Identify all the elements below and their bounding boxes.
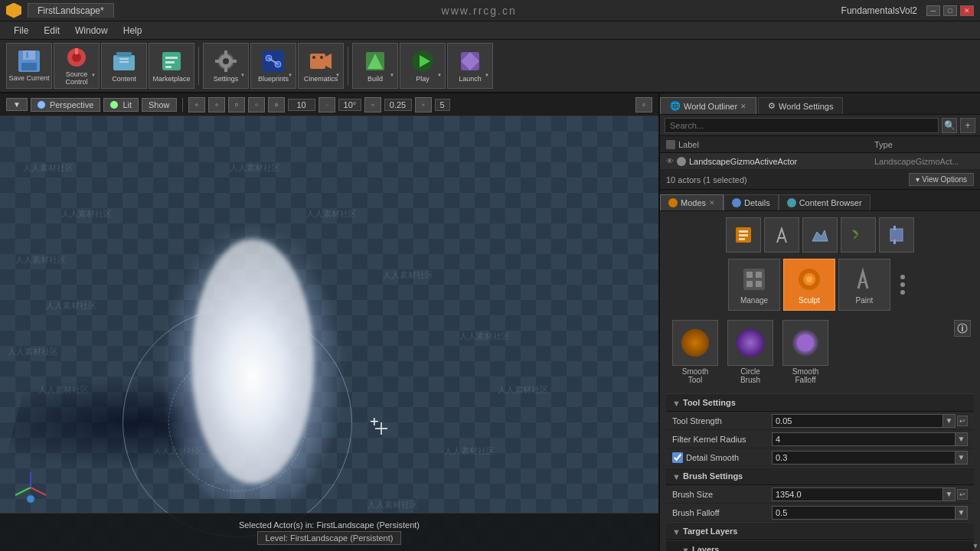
svg-rect-53 — [643, 103, 645, 106]
vp-icon-7[interactable] — [364, 97, 381, 112]
content-button[interactable]: Content — [101, 43, 147, 89]
marketplace-button[interactable]: Marketplace — [149, 43, 194, 89]
brush-settings-header[interactable]: ▼ Brush Settings — [666, 467, 974, 485]
settings-button[interactable]: Settings — [203, 43, 249, 89]
camera-speed-input[interactable]: 5 — [435, 99, 450, 111]
play-icon — [410, 49, 435, 73]
launch-button[interactable]: Launch — [447, 43, 493, 89]
scale-input[interactable]: 0.25 — [384, 99, 412, 111]
smooth-tool-button[interactable]: SmoothTool — [669, 320, 721, 384]
viewport[interactable]: ▼ Perspective Lit Show — [0, 93, 658, 551]
brush-falloff-input[interactable] — [772, 506, 956, 520]
actor-count-text: 10 actors (1 selected) — [666, 175, 747, 184]
circle-brush-shape — [737, 329, 764, 357]
brush-size-label: Brush Size — [672, 490, 772, 499]
maximize-button[interactable]: □ — [943, 5, 957, 16]
blueprints-button[interactable]: Blueprints — [250, 43, 296, 89]
foliage-mode-icon[interactable] — [841, 217, 876, 253]
search-button[interactable]: 🔍 — [942, 118, 957, 133]
eye-icon[interactable]: 👁 — [666, 157, 674, 165]
target-layers-header[interactable]: ▼ Target Layers — [666, 522, 974, 540]
selected-actors-text: Selected Actor(s) in: FirstLandscape (Pe… — [239, 520, 420, 530]
source-control-button[interactable]: SourceControl — [54, 43, 100, 89]
world-outliner-tab[interactable]: 🌐 World Outliner ✕ — [660, 97, 756, 114]
view-options-button[interactable]: ▾ View Options — [909, 173, 974, 186]
paint-mode-icon[interactable] — [764, 217, 799, 253]
vp-icon-1[interactable] — [188, 97, 205, 112]
svg-rect-14 — [165, 66, 172, 68]
paint-tool-button[interactable]: Paint — [838, 259, 890, 311]
angle-input[interactable]: 10° — [338, 99, 361, 111]
tool-strength-value: ▼ ↩ — [772, 414, 968, 428]
filter-kernel-input[interactable] — [772, 432, 956, 446]
vp-icon-6[interactable] — [318, 97, 335, 112]
tool-strength-arrow-btn[interactable]: ▼ — [943, 414, 956, 428]
tool-strength-reset-btn[interactable]: ↩ — [957, 416, 968, 426]
modes-tab-close[interactable]: ✕ — [709, 199, 715, 207]
add-actor-button[interactable]: + — [960, 118, 975, 133]
detail-smooth-arrow-btn[interactable]: ▼ — [956, 451, 968, 465]
grid-size-input[interactable]: 10 — [288, 99, 315, 111]
cinematics-button[interactable]: Cinematics — [298, 43, 344, 89]
smooth-falloff-button[interactable]: ▼ SmoothFalloff — [779, 320, 831, 384]
right-panel: 🌐 World Outliner ✕ ⚙ World Settings 🔍 + … — [658, 93, 980, 551]
vp-icon-5[interactable] — [268, 97, 285, 112]
detail-smooth-input[interactable] — [772, 451, 956, 465]
brush-falloff-arrow-btn[interactable]: ▼ — [956, 506, 968, 520]
show-button[interactable]: Show — [142, 98, 177, 112]
brush-size-reset-btn[interactable]: ↩ — [957, 489, 968, 500]
viewport-mode-dropdown[interactable]: ▼ — [6, 98, 28, 111]
menu-window[interactable]: Window — [67, 25, 116, 36]
tool-strength-input[interactable] — [772, 414, 943, 428]
canvas-area[interactable]: 人人素材社区 人人素材社区 人人素材社区 人人素材社区 人人素材社区 人人素材社… — [0, 116, 658, 551]
tool-settings-header[interactable]: ▼ Tool Settings — [666, 393, 974, 412]
landscape-mode-icon[interactable] — [802, 217, 838, 253]
build-button[interactable]: Build — [352, 43, 398, 89]
geometry-mode-icon[interactable] — [879, 217, 914, 253]
vp-icon-3[interactable] — [228, 97, 245, 112]
search-row: 🔍 + — [660, 115, 980, 136]
brush-info-button[interactable] — [954, 320, 971, 337]
vp-icon-2[interactable] — [208, 97, 225, 112]
vp-icon-8[interactable] — [415, 97, 432, 112]
filter-kernel-arrow-btn[interactable]: ▼ — [956, 432, 968, 446]
close-button[interactable]: ✕ — [960, 5, 974, 16]
search-input[interactable] — [665, 118, 939, 133]
svg-point-56 — [191, 239, 314, 484]
minimize-button[interactable]: ─ — [926, 5, 940, 16]
editor-tab[interactable]: FirstLandscape* — [28, 3, 114, 18]
brush-size-arrow-btn[interactable]: ▼ — [943, 487, 956, 501]
menu-edit[interactable]: Edit — [36, 25, 67, 36]
sculpt-tool-button[interactable]: Sculpt — [783, 259, 835, 311]
detail-smooth-checkbox[interactable] — [672, 452, 683, 463]
modes-tab[interactable]: Modes ✕ — [660, 194, 724, 210]
tool-more-button[interactable] — [893, 259, 912, 311]
top-mode-icons-row — [666, 217, 974, 253]
details-tab[interactable]: Details — [724, 194, 779, 210]
smooth-falloff-label: SmoothFalloff — [792, 367, 818, 384]
brush-size-input[interactable] — [772, 487, 943, 501]
outliner-tab-close[interactable]: ✕ — [740, 103, 746, 110]
label-column-header: Label — [678, 140, 874, 149]
target-layers-arrow: ▼ — [672, 527, 680, 535]
vp-icon-9[interactable] — [635, 97, 652, 112]
marketplace-icon — [159, 49, 184, 73]
svg-rect-13 — [165, 61, 175, 64]
menu-file[interactable]: File — [6, 25, 36, 36]
circle-brush-button[interactable]: ▼ CircleBrush — [724, 320, 776, 384]
lit-button[interactable]: Lit — [103, 98, 139, 112]
manage-tool-button[interactable]: Manage — [728, 259, 780, 311]
menubar: File Edit Window Help — [0, 21, 980, 40]
play-button[interactable]: Play — [400, 43, 446, 89]
perspective-button[interactable]: Perspective — [31, 98, 100, 112]
layers-subheader[interactable]: ▼ Layers — [666, 540, 974, 551]
sculpt-mode-icons-row: Manage Sculpt Paint — [666, 259, 974, 311]
vp-icon-4[interactable] — [248, 97, 265, 112]
content-browser-tab[interactable]: Content Browser — [779, 194, 871, 210]
place-mode-icon[interactable] — [726, 217, 761, 253]
save-current-button[interactable]: Save Current — [6, 43, 52, 89]
actor-row[interactable]: 👁 LandscapeGizmoActiveActor LandscapeGiz… — [660, 153, 980, 170]
world-settings-tab[interactable]: ⚙ World Settings — [758, 97, 843, 114]
content-browser-tab-icon — [787, 198, 796, 207]
menu-help[interactable]: Help — [116, 25, 150, 36]
